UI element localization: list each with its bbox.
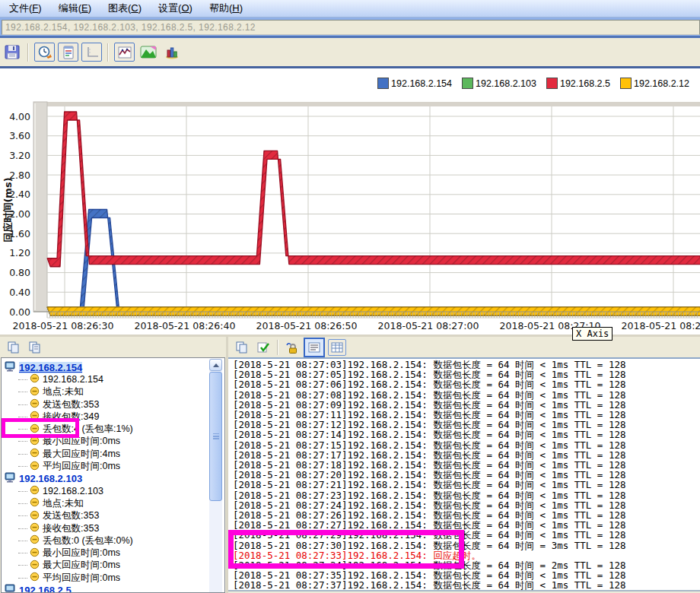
tree-stat-row[interactable]: 平均回应时间:0ms [5, 572, 224, 584]
svg-text:2018-05-21 08:26:50: 2018-05-21 08:26:50 [256, 320, 358, 331]
chart-svg: 4.003.603.202.802.402.001.601.200.800.40… [0, 68, 700, 337]
menu-item-edit[interactable]: 编辑(E) [51, 0, 99, 17]
legend-swatch [620, 78, 632, 89]
tree-stat-row[interactable]: 最大回应时间:4ms [5, 448, 224, 460]
tree-connector [18, 503, 27, 504]
tree-stat-row[interactable]: 最大回应时间:0ms [5, 560, 224, 572]
area-chart-icon[interactable] [138, 43, 158, 62]
chart-legend: 192.168.2.154192.168.2.103192.168.2.5192… [377, 78, 689, 89]
log-row: [2018-5-21 08:27:15]192.168.2.154: 数据包长度… [233, 440, 700, 450]
legend-item: 192.168.2.5 [546, 78, 610, 89]
scroll-up-button[interactable] [209, 359, 222, 371]
computer-icon [5, 361, 16, 374]
tree-stat-row[interactable]: 发送包数:353 [5, 398, 224, 411]
svg-text:4.00: 4.00 [9, 111, 30, 122]
stat-icon [30, 497, 40, 509]
address-bar [0, 17, 700, 38]
log-row: [2018-5-21 08:27:37]192.168.2.154: 数据包长度… [233, 580, 700, 590]
tree-connector [18, 515, 27, 516]
save-icon[interactable] [2, 43, 22, 62]
stat-icon [30, 572, 40, 584]
tree-stat-row[interactable]: 接收包数:353 [5, 522, 224, 534]
log-toolbar [228, 337, 700, 357]
legend-item: 192.168.2.103 [462, 78, 536, 89]
svg-text:1.20: 1.20 [9, 247, 30, 258]
main-toolbar [0, 38, 700, 68]
lock-icon[interactable] [282, 339, 301, 356]
svg-text:2018-05-21 08:26:30: 2018-05-21 08:26:30 [13, 320, 114, 331]
tree-connector [18, 565, 27, 566]
copy-icon[interactable] [5, 339, 23, 356]
annotation-box-loss [2, 418, 79, 438]
list-view-button[interactable] [304, 338, 325, 357]
tree-scrollbar[interactable] [209, 359, 222, 593]
stat-icon [30, 485, 40, 497]
menu-item-settings[interactable]: 设置(O) [151, 0, 200, 17]
menu-item-help[interactable]: 帮助(H) [202, 0, 250, 17]
toolbar-separator [277, 340, 278, 355]
tree-connector [18, 553, 27, 553]
report-button[interactable] [58, 43, 78, 62]
copy-all-icon[interactable] [26, 339, 44, 356]
svg-text:3.60: 3.60 [9, 130, 30, 141]
tree-stat-row[interactable]: 发送包数:353 [5, 510, 224, 522]
tree-host-row[interactable]: 192.168.2.5 [5, 584, 224, 593]
stat-icon [30, 534, 40, 547]
svg-text:2018-05-21 08:27:00: 2018-05-21 08:27:00 [378, 320, 479, 331]
tree-stat-row[interactable]: 丢包数:0 (丢包率:0%) [5, 534, 224, 547]
tree-stat-row[interactable]: 192.168.2.103 [5, 485, 224, 497]
tree-stat-row[interactable]: 地点:未知 [5, 386, 224, 398]
tree-connector [18, 528, 27, 529]
tree-connector [18, 578, 27, 579]
tree-connector [18, 454, 27, 455]
tree-stat-row[interactable]: 最小回应时间:0ms [5, 547, 224, 559]
host-name[interactable]: 192.168.2.103 [19, 473, 82, 484]
tree-connector [18, 379, 27, 380]
tree-connector [18, 541, 27, 541]
legend-item: 192.168.2.154 [377, 78, 452, 89]
tree-connector [18, 491, 27, 492]
axis-button[interactable] [81, 43, 102, 62]
line-chart-button[interactable] [114, 43, 135, 62]
menu-item-file[interactable]: 文件(F) [2, 0, 49, 17]
stat-icon [30, 510, 40, 522]
legend-item: 192.168.2.12 [620, 78, 689, 89]
tree-connector [18, 466, 27, 467]
bar-chart-icon[interactable] [161, 43, 182, 62]
tree-connector [18, 417, 27, 417]
host-name[interactable]: 192.168.2.154 [19, 362, 82, 373]
host-name[interactable]: 192.168.2.5 [19, 585, 72, 593]
stat-icon [30, 398, 40, 411]
log-row: [2018-5-21 08:27:38]192.168.2.154: 数据包长度… [233, 591, 700, 591]
tree-host-row[interactable]: 192.168.2.103 [5, 473, 224, 485]
stat-icon [30, 386, 40, 398]
scroll-thumb[interactable] [209, 372, 222, 501]
tree-stat-row[interactable]: 平均回应时间:0ms [5, 460, 224, 472]
menu-bar: 文件(F)编辑(E)图表(C)设置(O)帮助(H) [0, 0, 700, 17]
app-window: 文件(F)编辑(E)图表(C)设置(O)帮助(H) 4.003.603.202.… [0, 0, 700, 593]
stat-icon [30, 373, 40, 385]
stat-icon [30, 522, 40, 534]
verify-icon[interactable] [254, 339, 272, 356]
stat-icon [30, 547, 40, 560]
svg-text:0.00: 0.00 [9, 306, 30, 318]
menu-item-chart[interactable]: 图表(C) [100, 0, 149, 17]
legend-swatch [546, 78, 558, 89]
tree-connector [18, 404, 27, 405]
legend-swatch [377, 78, 389, 89]
annotation-box-timeout [228, 530, 464, 569]
log-row: [2018-5-21 08:27:08]192.168.2.154: 数据包长度… [233, 390, 700, 400]
stat-icon [30, 448, 40, 460]
ping-monitor-button[interactable] [34, 43, 55, 62]
copy-icon[interactable] [233, 339, 251, 356]
x-axis-tooltip: X Axis [572, 327, 612, 341]
svg-text:回应时间(ms): 回应时间(ms) [2, 177, 14, 242]
svg-text:2018-05-21 08:27:20: 2018-05-21 08:27:20 [622, 320, 700, 331]
tree-host-row[interactable]: 192.168.2.154 [5, 361, 224, 373]
tree-stat-row[interactable]: 地点:未知 [5, 497, 224, 509]
address-input[interactable] [2, 20, 700, 35]
legend-swatch [462, 78, 473, 89]
tree-connector [18, 441, 27, 442]
table-view-button[interactable] [328, 339, 346, 356]
tree-stat-row[interactable]: 192.168.2.154 [5, 373, 224, 385]
